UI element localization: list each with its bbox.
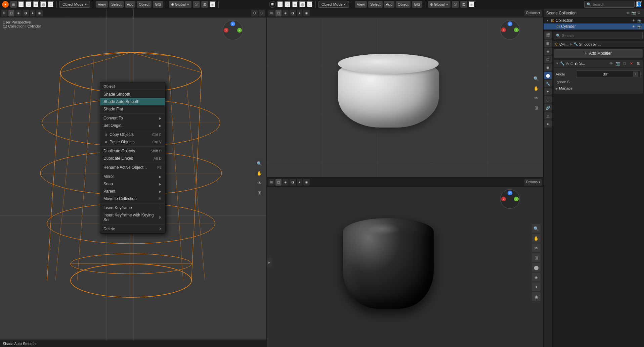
vp-br-view[interactable]: ◻ (275, 179, 282, 186)
object-menu-left[interactable]: Object (137, 1, 152, 8)
hand-btn[interactable]: ✋ (255, 169, 264, 178)
props-search-input[interactable] (562, 34, 640, 38)
extra-btn-br2[interactable]: ◈ (532, 273, 541, 282)
props-tab-view-layer[interactable]: ◈ (544, 48, 552, 55)
vp-br-options[interactable]: Options ▾ (524, 179, 542, 186)
transform-global-right[interactable]: ⊕ Global ▼ (428, 1, 450, 8)
modifier-close-btn[interactable]: ✕ (629, 61, 634, 66)
eye-btn-tr[interactable]: 👁 (532, 94, 541, 102)
viewport-left[interactable]: ⊞ ◻ ◈ ◑ ● ◉ ⬡ ⬡ (0, 9, 267, 347)
viewport-icon-1[interactable]: ◻ (18, 1, 24, 7)
props-tab-object[interactable]: ⬤ (544, 72, 552, 79)
cm-shade-auto-smooth[interactable]: Shade Auto Smooth (100, 98, 165, 105)
manage-expand[interactable]: ▶ (556, 87, 558, 90)
modifier-eye-btn[interactable]: 👁 (608, 61, 614, 66)
props-tab-material[interactable]: ● (544, 120, 552, 128)
cm-insert-keyframe-set[interactable]: Insert Keyframe with Keying Set K (100, 211, 165, 224)
props-tab-world[interactable]: ◉ (544, 64, 552, 71)
viewport-icon-r4[interactable]: ⬤ (299, 1, 305, 7)
vp-tr-s2[interactable]: ◑ (290, 10, 296, 16)
props-tab-modifier[interactable]: 🔧 (544, 80, 552, 87)
nav-gizmo-left[interactable]: Z X Y (223, 20, 243, 40)
props-search-field[interactable]: 🔍 (554, 32, 643, 39)
modifier-expand-btn[interactable]: ⊞ (635, 61, 641, 66)
cm-duplicate-linked[interactable]: Duplicate Linked Alt D (100, 155, 165, 162)
pivot-btn-left[interactable]: ⦾ (193, 1, 200, 8)
scene-collection-camera-btn[interactable]: 📷 (631, 10, 637, 16)
nav-gizmo-br[interactable]: Z X Y (500, 189, 520, 209)
transform-global-left[interactable]: ⊕ Global ▼ (169, 1, 191, 8)
grid-btn[interactable]: ⊞ (255, 188, 264, 197)
vp-left-xray[interactable]: ⬡ (259, 10, 265, 16)
add-modifier-btn[interactable]: + Add Modifier (554, 49, 643, 58)
viewport-icon-2[interactable]: ⬡ (26, 1, 32, 7)
proportional-edit-right[interactable]: ◉ (469, 1, 475, 7)
gis-menu-right[interactable]: GIS (412, 1, 422, 8)
grid-btn-br[interactable]: ⊞ (532, 253, 541, 262)
magnify-btn[interactable]: 🔍 (255, 159, 264, 168)
viewport-icon-r1[interactable]: ◻ (277, 1, 283, 7)
props-tab-render[interactable]: 🎬 (544, 32, 552, 39)
viewport-icon-r2[interactable]: ⬡ (285, 1, 291, 7)
view-menu-right[interactable]: View (355, 1, 367, 8)
vp-left-shading-1[interactable]: ◈ (15, 10, 22, 16)
cylinder-tree-item[interactable]: ⬡ Cylinder 👁 📷 (544, 23, 644, 30)
collection-tree-item[interactable]: ▼ ⊡ Collection 👁 📷 (544, 17, 644, 23)
vp-tr-options[interactable]: Options ▾ (524, 10, 542, 16)
props-tab-physics[interactable]: ◌ (544, 96, 552, 103)
vp-left-view-btn[interactable]: ◻ (8, 10, 14, 16)
props-tab-output[interactable]: ⊞ (544, 40, 552, 47)
add-menu-left[interactable]: Add (125, 1, 136, 8)
cm-duplicate-objects[interactable]: Duplicate Objects Shift D (100, 147, 165, 155)
collection-eye[interactable]: 👁 (632, 19, 635, 22)
vp-left-overlay[interactable]: ⬡ (251, 10, 258, 16)
extra-btn-br[interactable]: ⬤ (532, 263, 541, 272)
snap-btn-right[interactable]: ⊠ (460, 1, 467, 8)
vp-left-shading-4[interactable]: ◉ (36, 10, 43, 16)
viewport-bottom-right[interactable]: ⊞ ◻ ◈ ◑ ● ◉ Options ▾ ▶ (267, 178, 543, 347)
vp-left-shading-3[interactable]: ● (30, 10, 35, 16)
vp-tr-s3[interactable]: ● (297, 10, 302, 16)
viewport-icon-r5[interactable]: ⬡ (307, 1, 313, 7)
cm-rename-active[interactable]: Rename Active Object... F2 (100, 164, 165, 171)
viewport-icon-3[interactable]: ◈ (33, 1, 39, 7)
eye-btn[interactable]: 👁 (255, 179, 264, 187)
eye-btn-br[interactable]: 👁 (532, 244, 541, 252)
vp-br-s4[interactable]: ◉ (303, 179, 310, 186)
cm-shade-flat[interactable]: Shade Flat (100, 105, 165, 113)
nav-gizmo-tr[interactable]: Z X Y (500, 20, 520, 40)
object-menu-right[interactable]: Object (396, 1, 411, 8)
vp-br-s1[interactable]: ◈ (283, 179, 289, 186)
pan-btn-tr[interactable]: ✋ (532, 84, 541, 93)
vp-tr-mode[interactable]: ⊞ (268, 10, 274, 16)
props-tab-particles[interactable]: ✦ (544, 88, 552, 95)
pivot-btn-right[interactable]: ⦾ (452, 1, 459, 8)
cm-set-origin[interactable]: Set Origin ▶ (100, 122, 165, 129)
gis-menu-left[interactable]: GIS (153, 1, 163, 8)
object-mode-dropdown-left[interactable]: Object Mode ▼ (59, 1, 90, 8)
cm-move-collection[interactable]: Move to Collection M (100, 195, 165, 202)
angle-plus-btn[interactable]: + (633, 71, 638, 77)
cm-mirror[interactable]: Mirror ▶ (100, 173, 165, 180)
top-search-bar[interactable]: 🔍 (584, 1, 635, 8)
modifier-camera-btn[interactable]: 📷 (615, 61, 620, 66)
scene-collection-eye-btn[interactable]: 👁 (626, 10, 631, 16)
vp-left-mode[interactable]: ⊞ (1, 10, 7, 16)
cm-snap[interactable]: Snap ▶ (100, 180, 165, 188)
collection-cam[interactable]: 📷 (637, 19, 641, 22)
vp-br-s3[interactable]: ● (297, 179, 302, 186)
select-menu-right[interactable]: Select (368, 1, 383, 8)
props-tab-data[interactable]: △ (544, 112, 552, 119)
breadcrumb-cyli[interactable]: Cyli... (559, 42, 569, 46)
editor-type-btn[interactable]: ⊞ (10, 1, 17, 8)
cylinder-eye[interactable]: 👁 (632, 25, 635, 29)
cm-delete[interactable]: Delete X (100, 225, 165, 233)
cm-parent[interactable]: Parent ▶ (100, 188, 165, 195)
zoom-btn-br[interactable]: 🔍 (532, 224, 541, 233)
modifier-expand-arrow[interactable]: ▼ (556, 62, 559, 65)
add-menu-right[interactable]: Add (384, 1, 395, 8)
snap-btn-left[interactable]: ⊠ (201, 1, 208, 8)
cm-paste-objects[interactable]: ⧉ Paste Objects Ctrl V (100, 138, 165, 146)
vp-tr-view[interactable]: ◻ (275, 10, 282, 16)
cm-insert-keyframe[interactable]: Insert Keyframe I (100, 204, 165, 211)
